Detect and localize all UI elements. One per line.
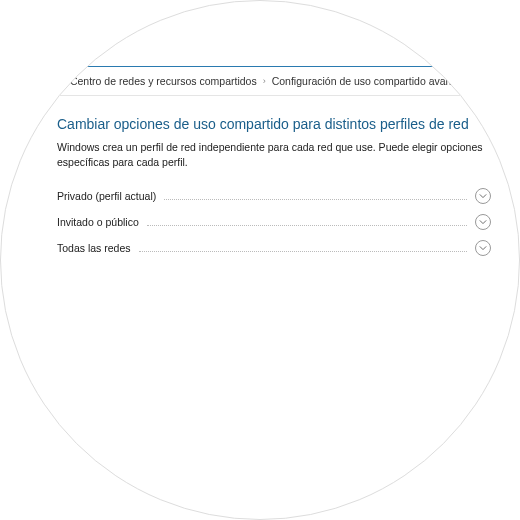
dotted-rule [147,225,467,226]
page-title: Cambiar opciones de uso compartido para … [57,116,491,132]
profile-row-guest[interactable]: Invitado o público [57,209,491,235]
breadcrumb-item[interactable]: Configuración de uso compartido avanzado [272,75,475,87]
profile-label: Privado (perfil actual) [57,190,156,202]
dotted-rule [164,199,467,200]
dotted-rule [139,251,467,252]
profile-row-private[interactable]: Privado (perfil actual) [57,183,491,209]
chevron-down-icon [475,214,491,230]
breadcrumb-item[interactable]: ernet [31,75,55,87]
chevron-down-icon [475,240,491,256]
chevron-right-icon: › [61,76,64,86]
breadcrumb: ernet › Centro de redes y recursos compa… [1,67,520,96]
chevron-right-icon: › [263,76,266,86]
profile-row-all[interactable]: Todas las redes [57,235,491,261]
breadcrumb-item[interactable]: Centro de redes y recursos compartidos [70,75,257,87]
profile-label: Invitado o público [57,216,139,228]
chevron-down-icon [475,188,491,204]
page-description: Windows crea un perfil de red independie… [57,140,487,169]
main-panel: Cambiar opciones de uso compartido para … [1,96,520,261]
profile-label: Todas las redes [57,242,131,254]
